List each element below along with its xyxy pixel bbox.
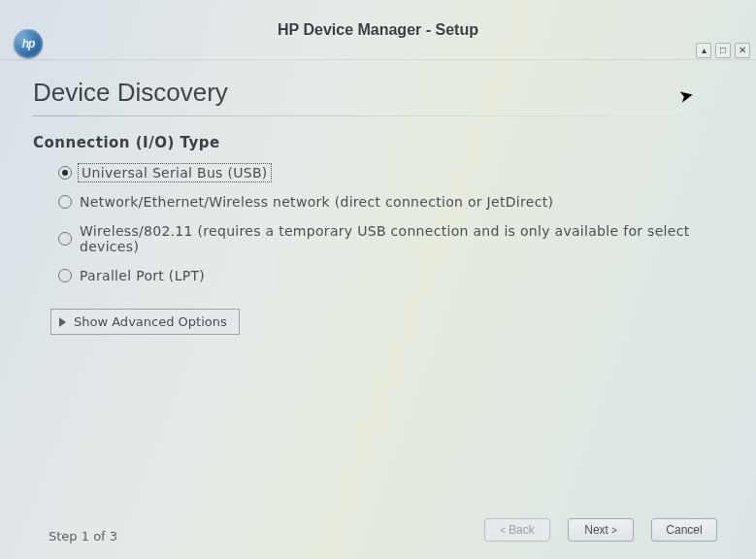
- footer-buttons: < Back Next > Cancel: [484, 518, 717, 542]
- step-indicator: Step 1 of 3: [49, 529, 117, 543]
- radio-usb-indicator: [58, 166, 72, 180]
- triangle-right-icon: [59, 317, 66, 327]
- connection-type-group: Universal Serial Bus (USB) Network/Ether…: [58, 165, 723, 283]
- next-button[interactable]: Next >: [568, 518, 634, 542]
- show-advanced-options-button[interactable]: Show Advanced Options: [50, 309, 240, 335]
- radio-parallel-indicator: [58, 269, 72, 282]
- radio-usb[interactable]: Universal Serial Bus (USB): [58, 165, 723, 181]
- radio-parallel-label: Parallel Port (LPT): [80, 268, 205, 283]
- hp-logo: hp: [14, 29, 43, 58]
- close-button[interactable]: ✕: [735, 43, 750, 58]
- footer: Step 1 of 3 < Back Next > Cancel: [0, 512, 756, 559]
- divider: [33, 115, 723, 116]
- minimize-button[interactable]: ▴: [696, 43, 711, 58]
- back-button: < Back: [484, 518, 550, 542]
- titlebar: hp HP Device Manager - Setup ▴ □ ✕: [0, 0, 756, 60]
- chevron-right-icon: >: [611, 525, 617, 536]
- radio-network[interactable]: Network/Ethernet/Wireless network (direc…: [58, 194, 723, 210]
- page-title: Device Discovery: [33, 78, 723, 108]
- radio-wireless[interactable]: Wireless/802.11 (requires a temporary US…: [58, 223, 723, 254]
- radio-network-label: Network/Ethernet/Wireless network (direc…: [80, 194, 553, 210]
- radio-wireless-indicator: [58, 232, 72, 246]
- back-button-label: Back: [509, 523, 535, 537]
- window-controls: ▴ □ ✕: [696, 43, 750, 58]
- content-area: Device Discovery Connection (I/O) Type U…: [0, 60, 756, 335]
- maximize-button[interactable]: □: [715, 43, 731, 58]
- cancel-button[interactable]: Cancel: [651, 518, 717, 542]
- cancel-button-label: Cancel: [666, 523, 702, 537]
- radio-wireless-label: Wireless/802.11 (requires a temporary US…: [80, 223, 723, 254]
- next-button-label: Next: [584, 523, 608, 537]
- window-title: HP Device Manager - Setup: [278, 21, 478, 39]
- radio-network-indicator: [58, 195, 72, 209]
- chevron-left-icon: <: [500, 525, 506, 536]
- radio-usb-label: Universal Serial Bus (USB): [80, 165, 270, 181]
- radio-parallel[interactable]: Parallel Port (LPT): [58, 268, 723, 283]
- section-label: Connection (I/O) Type: [33, 134, 723, 151]
- advanced-options-label: Show Advanced Options: [74, 314, 227, 329]
